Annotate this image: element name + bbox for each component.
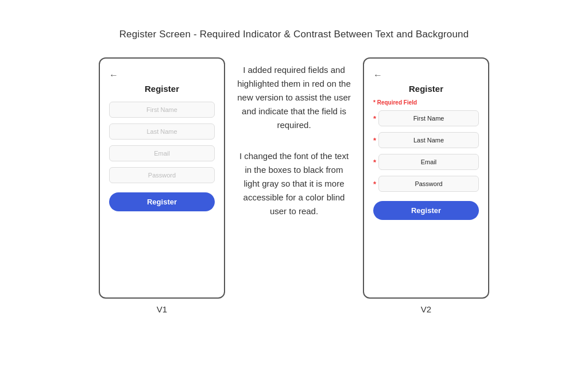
content-row: ← Register First Name Last Name Email Pa… xyxy=(34,57,554,314)
v2-last-name-row: * Last Name xyxy=(373,132,479,148)
v2-first-name-field[interactable]: First Name xyxy=(378,110,479,126)
v2-password-asterisk: * xyxy=(373,180,376,188)
v1-password-field[interactable]: Password xyxy=(109,167,215,183)
v2-required-label: * Required Field xyxy=(373,99,479,106)
v2-password-row: * Password xyxy=(373,176,479,192)
v2-phone-mockup: ← Register * Required Field * First Name… xyxy=(363,57,489,299)
v2-first-name-asterisk: * xyxy=(373,114,376,123)
v1-phone-mockup: ← Register First Name Last Name Email Pa… xyxy=(99,57,225,299)
v2-first-name-row: * First Name xyxy=(373,110,479,126)
v1-register-button[interactable]: Register xyxy=(109,192,215,211)
v2-email-field[interactable]: Email xyxy=(378,154,479,170)
v2-email-row: * Email xyxy=(373,154,479,170)
v1-register-title: Register xyxy=(109,84,215,94)
v2-last-name-field[interactable]: Last Name xyxy=(378,132,479,148)
v2-version-label: V2 xyxy=(421,304,431,314)
v2-email-asterisk: * xyxy=(373,158,376,167)
v2-password-field[interactable]: Password xyxy=(378,176,479,192)
annotation-panel: I added required fields and highlighted … xyxy=(225,57,363,218)
v1-version-label: V1 xyxy=(157,304,167,314)
v2-last-name-asterisk: * xyxy=(373,136,376,145)
page-title: Register Screen - Required Indicator & C… xyxy=(119,29,469,40)
v2-column: ← Register * Required Field * First Name… xyxy=(363,57,489,314)
page-container: Register Screen - Required Indicator & C… xyxy=(11,11,577,375)
v1-email-field[interactable]: Email xyxy=(109,145,215,161)
v2-register-button[interactable]: Register xyxy=(373,201,479,220)
annotation-paragraph-1: I added required fields and highlighted … xyxy=(237,63,351,132)
annotation-paragraph-2: I changed the font of the text in the bo… xyxy=(237,149,351,218)
v2-back-arrow[interactable]: ← xyxy=(373,70,479,80)
v2-register-title: Register xyxy=(373,84,479,94)
v1-last-name-field[interactable]: Last Name xyxy=(109,123,215,140)
v1-back-arrow[interactable]: ← xyxy=(109,70,215,80)
v1-column: ← Register First Name Last Name Email Pa… xyxy=(99,57,225,314)
v1-first-name-field[interactable]: First Name xyxy=(109,102,215,118)
